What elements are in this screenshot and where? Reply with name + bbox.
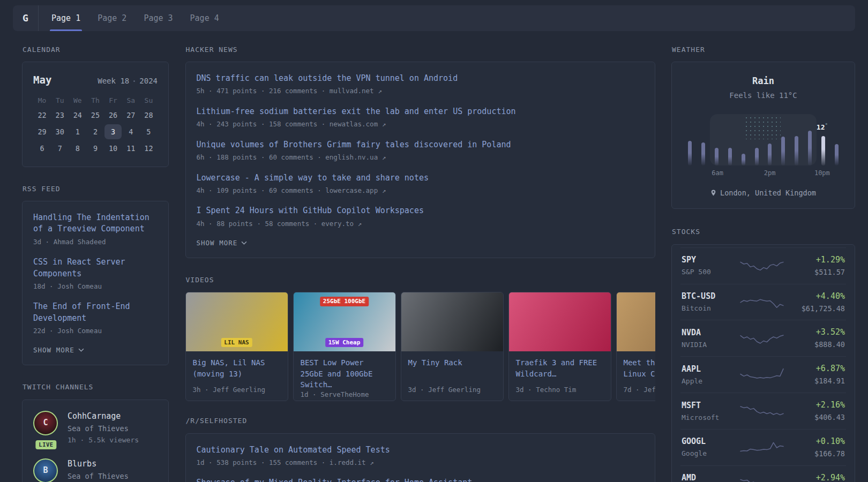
video-title: BEST Low Power 25GbE and 100GbE Switch… (301, 357, 388, 390)
stock-sparkline (739, 402, 784, 420)
stock-sparkline (739, 475, 784, 482)
stock-id: AAPL Apple (682, 364, 737, 386)
stock-company-name: S&P 500 (682, 267, 737, 277)
rss-show-more-button[interactable]: SHOW MORE (33, 346, 158, 354)
channel-game: Sea of Thieves (68, 424, 139, 434)
weather-bar (728, 148, 732, 165)
rss-item-title[interactable]: The End of Front-End Development (33, 302, 130, 322)
video-meta: 3h · Jeff Geerling (193, 385, 281, 395)
hackernews-item-title[interactable]: Lithium-free sodium batteries exit the l… (197, 107, 516, 116)
hackernews-show-more-button[interactable]: SHOW MORE (197, 239, 248, 247)
twitch-channel-row[interactable]: C LIVE CohhCarnage Sea of Thieves 1h · 5… (33, 411, 158, 445)
right-column: WEATHER Rain Feels like 11°C 12° 6am2pm1… (671, 45, 855, 482)
calendar-day: 5 (140, 124, 157, 139)
stock-row[interactable]: NVDA NVIDIA +3.52% $888.40 (680, 320, 846, 356)
hackernews-item-title[interactable]: Unique volumes of Brothers Grimm fairy t… (197, 140, 511, 149)
stock-id: GOOGL Google (682, 436, 737, 458)
stock-symbol: BTC-USD (682, 291, 737, 302)
middle-column: HACKER NEWS DNS traffic can leak outside… (185, 45, 655, 482)
separator-dot (133, 80, 135, 82)
stocks-header: STOCKS (672, 227, 855, 237)
stock-id: AMD AMD (682, 472, 737, 482)
day-name: Tu (56, 96, 64, 106)
hackernews-item-meta: 5h · 471 points · 216 comments · mullvad… (197, 86, 644, 96)
day-name: Fr (109, 96, 117, 106)
stock-row[interactable]: AAPL Apple +6.87% $184.91 (680, 356, 846, 393)
rss-item: CSS in React Server Components 18d · Jos… (33, 257, 158, 291)
stock-figures: +1.29% $511.57 (786, 254, 845, 277)
stock-row[interactable]: MSFT Microsoft +2.16% $406.43 (680, 393, 846, 429)
calendar-day: 2 (87, 124, 104, 139)
weather-location-text: London, United Kingdom (720, 188, 816, 198)
video-card[interactable]: FAS Meet the Linux Clu 7d · Jeff (616, 292, 655, 401)
stock-row[interactable]: AMD AMD +2.94% $150.45 (680, 465, 846, 482)
page-tab[interactable]: Page 2 (89, 5, 135, 31)
avatar: B LIVE (33, 458, 59, 482)
twitch-channel-row[interactable]: B LIVE Blurbs Sea of Thieves 1h · 264 vi… (33, 458, 158, 482)
app-logo[interactable]: G (13, 5, 39, 31)
stock-id: NVDA NVIDIA (682, 327, 737, 350)
channel-game: Sea of Thieves (68, 471, 134, 481)
reddit-item-title[interactable]: Cautionary Tale on Automated Speed Tests (197, 445, 390, 455)
rss-item-title[interactable]: Handling The Indentation of a Treeview C… (33, 213, 149, 234)
stock-symbol: SPY (682, 254, 737, 266)
video-thumbnail (401, 292, 503, 351)
video-meta: 3d · Techno Tim (516, 385, 604, 395)
rss-header: RSS FEED (23, 184, 169, 194)
calendar-day: 28 (140, 108, 157, 123)
page-tab[interactable]: Page 4 (182, 5, 228, 31)
calendar-day: 7 (51, 141, 69, 156)
dashboard-grid: CALENDAR May Week 18 2024 MoTuWeThFrSaSu… (0, 31, 868, 482)
video-thumbnail: FAS (617, 292, 655, 351)
reddit-card: Cautionary Tale on Automated Speed Tests… (185, 433, 655, 482)
hackernews-item-meta: 6h · 188 points · 60 comments · english.… (197, 153, 644, 162)
current-temperature-label: 12° (817, 122, 828, 133)
video-card-body: BEST Low Power 25GbE and 100GbE Switch… … (294, 351, 395, 401)
hackernews-item-title[interactable]: Lowercase - A simple way to take and sha… (197, 173, 429, 183)
rss-item-title[interactable]: CSS in React Server Components (33, 257, 125, 278)
video-thumbnail (509, 292, 611, 351)
avatar-initial: C (43, 417, 48, 428)
stock-row[interactable]: GOOGL Google +0.10% $166.78 (680, 429, 846, 465)
hackernews-item: Unique volumes of Brothers Grimm fairy t… (197, 139, 644, 162)
stock-figures: +6.87% $184.91 (786, 363, 845, 386)
video-card[interactable]: 25GbE 100GbE15W Cheap BEST Low Power 25G… (293, 292, 396, 401)
channel-avatar: C (33, 411, 58, 435)
hackernews-item: Lowercase - A simple way to take and sha… (197, 172, 644, 195)
stock-figures: +0.10% $166.78 (786, 436, 845, 459)
video-card[interactable]: My Tiny Rack 3d · Jeff Geerling (401, 292, 504, 401)
page-tab[interactable]: Page 1 (43, 5, 89, 31)
stock-row[interactable]: SPY S&P 500 +1.29% $511.57 (680, 247, 846, 284)
weather-feels-like: Feels like 11°C (683, 91, 844, 101)
live-badge: LIVE (35, 440, 56, 449)
calendar-day: 27 (122, 108, 139, 123)
calendar-day: 24 (69, 108, 86, 123)
hackernews-item-title[interactable]: I Spent 24 Hours with GitHub Copilot Wor… (197, 206, 424, 215)
videos-header: VIDEOS (186, 275, 655, 285)
video-card-body: Meet the Linux Clu 7d · Jeff (617, 351, 655, 401)
calendar-day: 10 (104, 141, 122, 156)
weather-header: WEATHER (672, 45, 855, 55)
weather-bar-current (821, 136, 825, 165)
weather-bars (685, 114, 842, 165)
hackernews-widget: HACKER NEWS DNS traffic can leak outside… (185, 45, 655, 258)
video-meta: 1d · ServeTheHome (301, 390, 388, 400)
reddit-item: Showcase of my Mixed Reality Interface f… (197, 477, 644, 482)
video-title: My Tiny Rack (408, 357, 496, 368)
hackernews-item-meta: 4h · 88 points · 58 comments · every.to … (197, 219, 644, 229)
video-card[interactable]: LIL NAS Big NAS, Lil NAS (moving 13) 3h … (185, 292, 288, 401)
hackernews-item-title[interactable]: DNS traffic can leak outside the VPN tun… (197, 73, 458, 83)
stock-change-percent: +1.29% (786, 254, 845, 266)
video-card[interactable]: Traefik 3 and FREE Wildcard… 3d · Techno… (508, 292, 611, 401)
stock-row[interactable]: BTC-USD Bitcoin +4.40% $61,725.48 (680, 284, 846, 320)
stock-price: $888.40 (786, 340, 845, 350)
page-tab[interactable]: Page 3 (135, 5, 181, 31)
twitch-header: TWITCH CHANNELS (23, 382, 169, 392)
calendar-week-year: Week 18 2024 (98, 76, 158, 87)
video-title: Meet the Linux Clu (624, 357, 655, 379)
calendar-header: CALENDAR (23, 45, 169, 55)
video-meta: 7d · Jeff (624, 385, 655, 395)
twitch-card: C LIVE CohhCarnage Sea of Thieves 1h · 5… (22, 400, 169, 482)
reddit-item-title[interactable]: Showcase of my Mixed Reality Interface f… (197, 478, 473, 482)
channel-avatar: B (33, 458, 58, 482)
